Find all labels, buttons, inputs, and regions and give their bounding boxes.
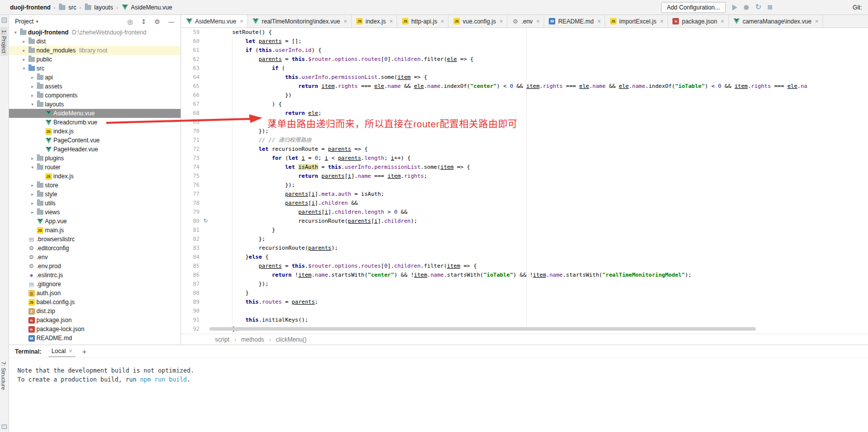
tab-http-api.js[interactable]: JShttp-api.js× xyxy=(397,15,448,27)
code-text[interactable]: let isAuth = this.userInfo.permissionLis… xyxy=(210,163,868,172)
project-view-selector[interactable]: Project xyxy=(15,18,33,25)
chevron-right-icon[interactable]: ▸ xyxy=(20,39,27,44)
chevron-right-icon[interactable]: ▸ xyxy=(29,84,36,89)
tab-index.js[interactable]: JSindex.js× xyxy=(352,15,398,27)
tree-item-.env.prod[interactable]: ⚙.env.prod xyxy=(9,262,181,271)
tree-item-auth.json[interactable]: {}auth.json xyxy=(9,289,181,298)
code-text[interactable]: let parents = []; xyxy=(210,37,868,46)
tab-close-icon[interactable]: × xyxy=(440,18,444,25)
tool-button-structure[interactable]: 7: Structure xyxy=(0,362,6,390)
tree-item-.env[interactable]: ⚙.env xyxy=(9,253,181,262)
debug-icon[interactable] xyxy=(744,5,749,10)
tab-importexcel.js[interactable]: JSimportExcel.js× xyxy=(605,15,668,27)
code-text[interactable]: } xyxy=(210,226,868,235)
chevron-down-icon[interactable]: ▾ xyxy=(29,165,36,170)
tree-item-.browserslistrc[interactable]: ▤.browserslistrc xyxy=(9,235,181,244)
tree-item-public[interactable]: ▸public xyxy=(9,55,181,64)
nav-crumb-layouts[interactable]: layouts xyxy=(84,4,113,11)
code-text[interactable]: } xyxy=(210,118,868,127)
terminal-output[interactable]: Note that the development build is not o… xyxy=(9,358,868,384)
tree-item-layouts[interactable]: ▾layouts xyxy=(9,100,181,109)
tree-item-dist.zip[interactable]: Zdist.zip xyxy=(9,307,181,316)
editor-breadcrumb-clickmenu[interactable]: clickMenu() xyxy=(276,336,306,343)
tree-item-pageheader.vue[interactable]: PageHeader.vue xyxy=(9,145,181,154)
tree-item-api[interactable]: ▸api xyxy=(9,73,181,82)
recursive-call-icon[interactable]: ↻ xyxy=(204,217,208,226)
code-text[interactable]: let recursionRoute = parents => { xyxy=(210,145,868,154)
tab-vue.config.js[interactable]: JSvue.config.js× xyxy=(448,15,507,27)
code-text[interactable]: setRoute() { xyxy=(210,28,868,37)
code-text[interactable]: parents[i].children && xyxy=(210,199,868,208)
tab-readme.md[interactable]: MREADME.md× xyxy=(544,15,605,27)
update-project-icon[interactable]: ↻ xyxy=(755,3,762,11)
code-text[interactable]: recursionRoute(parents); xyxy=(210,244,868,253)
tree-item-duoji-frontend[interactable]: ▾duoji-frontendD:\zheheWeb\duoji-fronten… xyxy=(9,28,181,37)
terminal-tab-local[interactable]: Local × xyxy=(48,346,75,357)
tree-item-package.json[interactable]: npackage.json xyxy=(9,316,181,325)
tab-close-icon[interactable]: × xyxy=(721,18,724,25)
editor-breadcrumb-methods[interactable]: methods xyxy=(241,336,264,343)
tab-close-icon[interactable]: × xyxy=(389,18,393,25)
add-configuration-button[interactable]: Add Configuration... xyxy=(661,2,726,13)
tree-item-index.js[interactable]: JSindex.js xyxy=(9,172,181,181)
tree-item-pagecontent.vue[interactable]: PageContent.vue xyxy=(9,136,181,145)
tree-item-package-lock.json[interactable]: npackage-lock.json xyxy=(9,325,181,334)
chevron-right-icon[interactable]: ▸ xyxy=(29,75,36,80)
code-text[interactable]: this.routes = parents; xyxy=(210,298,868,307)
hide-panel-icon[interactable]: — xyxy=(168,18,175,25)
code-text[interactable]: if ( xyxy=(210,64,868,73)
chevron-right-icon[interactable]: ▸ xyxy=(29,192,36,197)
code-text[interactable]: recursionRoute(parents[i].children); xyxy=(210,217,868,226)
tree-item-utils[interactable]: ▸utils xyxy=(9,199,181,208)
tab-close-icon[interactable]: × xyxy=(344,18,347,25)
tab-close-icon[interactable]: × xyxy=(536,18,540,25)
chevron-right-icon[interactable]: ▸ xyxy=(29,183,36,188)
tree-item-assets[interactable]: ▸assets xyxy=(9,82,181,91)
tab-close-icon[interactable]: × xyxy=(499,18,503,25)
select-opened-file-icon[interactable]: ◎ xyxy=(127,18,133,25)
code-text[interactable]: return parents[i].name === item.rights; xyxy=(210,172,868,181)
tree-item-style[interactable]: ▸style xyxy=(9,190,181,199)
tab-close-icon[interactable]: × xyxy=(660,18,663,25)
tab-realtimemonitoring-index.vue[interactable]: realTimeMonitoring\index.vue× xyxy=(248,15,352,27)
chevron-right-icon[interactable]: ▸ xyxy=(29,201,36,206)
tree-item-.editorconfig[interactable]: ⚙.editorconfig xyxy=(9,244,181,253)
chevron-down-icon[interactable]: ▾ xyxy=(29,102,36,107)
tree-item-store[interactable]: ▸store xyxy=(9,181,181,190)
tool-button-project[interactable]: 1: Project xyxy=(0,27,7,56)
tab-cameramanage-index.vue[interactable]: cameraManage\index.vue× xyxy=(729,15,823,27)
terminal-stripe-icon[interactable] xyxy=(1,425,7,429)
nav-crumb-duoji-frontend[interactable]: duoji-frontend xyxy=(10,4,50,11)
tree-item-babel.config.js[interactable]: JSbabel.config.js xyxy=(9,298,181,307)
tree-item-router[interactable]: ▾router xyxy=(9,163,181,172)
chevron-right-icon[interactable]: ▸ xyxy=(29,156,36,161)
chevron-right-icon[interactable]: ▸ xyxy=(29,210,36,215)
tree-item-main.js[interactable]: JSmain.js xyxy=(9,226,181,235)
tree-item-dist[interactable]: ▸dist xyxy=(9,37,181,46)
code-text[interactable]: }); xyxy=(210,280,868,289)
run-icon[interactable] xyxy=(732,4,737,10)
gear-icon[interactable]: ⚙ xyxy=(154,18,160,25)
tree-item-app.vue[interactable]: App.vue xyxy=(9,217,181,226)
tree-item-index.js[interactable]: JSindex.js xyxy=(9,127,181,136)
chevron-right-icon[interactable]: ▸ xyxy=(29,93,36,98)
code-text[interactable]: return item.rights === ele.name && ele.n… xyxy=(210,82,868,91)
nav-crumb-asidemenu.vue[interactable]: AsideMenu.vue xyxy=(121,4,172,11)
tree-item-plugins[interactable]: ▸plugins xyxy=(9,154,181,163)
code-text[interactable]: }) xyxy=(210,91,868,100)
code-text[interactable]: return ele; xyxy=(210,109,868,118)
chevron-down-icon[interactable]: ▾ xyxy=(20,66,27,71)
code-text[interactable] xyxy=(210,307,868,316)
editor-breadcrumb-script[interactable]: script xyxy=(215,336,229,343)
project-stripe-icon[interactable] xyxy=(1,17,7,23)
code-text[interactable]: for (let i = 0; i < parents.length; i++)… xyxy=(210,154,868,163)
tab-asidemenu.vue[interactable]: AsideMenu.vue× xyxy=(181,15,248,27)
new-terminal-button[interactable]: + xyxy=(82,347,87,356)
tab-.env[interactable]: ⚙.env× xyxy=(507,15,544,27)
code-text[interactable]: }); xyxy=(210,181,868,190)
tab-package.json[interactable]: npackage.json× xyxy=(668,15,729,27)
tab-close-icon[interactable]: × xyxy=(815,18,819,25)
code-text[interactable]: this.initialKeys(); xyxy=(210,316,868,325)
code-text[interactable]: ) { xyxy=(210,100,868,109)
nav-crumb-src[interactable]: src xyxy=(58,4,76,11)
